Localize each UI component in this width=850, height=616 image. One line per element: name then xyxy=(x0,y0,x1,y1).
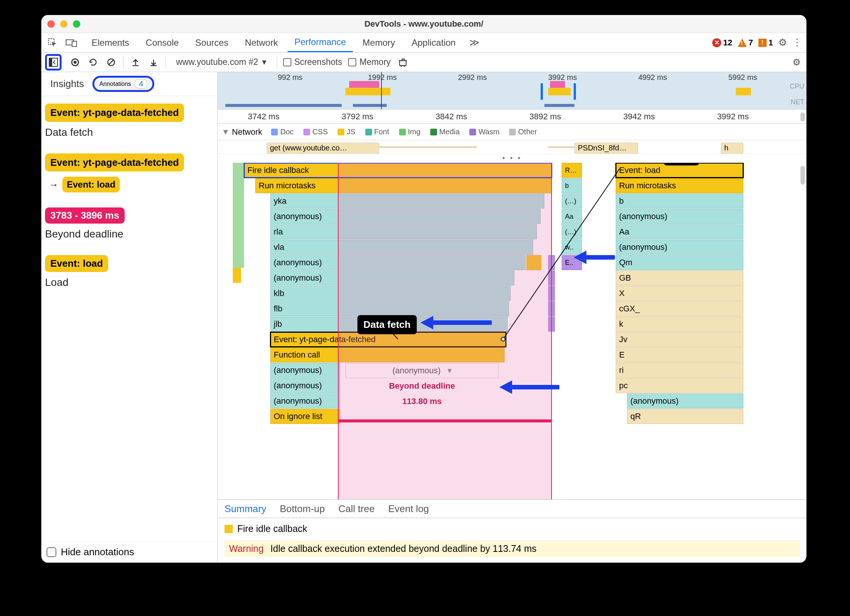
toggle-sidebar-button[interactable] xyxy=(45,54,62,71)
flame-bar[interactable]: flb xyxy=(270,301,509,316)
device-toggle-icon[interactable] xyxy=(65,36,78,50)
network-requests-row[interactable]: get (www.youtube.co… PSDnSI_8fd… h xyxy=(218,140,806,154)
profile-select[interactable]: www.youtube.com #2 ▾ xyxy=(172,56,271,68)
flame-bar[interactable]: Event: yt-page-data-fetched xyxy=(270,332,506,347)
flame-bar[interactable]: Run microtasks xyxy=(255,178,552,193)
annotation-chip: Event: load xyxy=(45,255,108,272)
panel-tabs: Elements Console Sources Network Perform… xyxy=(41,33,806,53)
network-legend[interactable]: CSS xyxy=(303,128,328,136)
screenshots-checkbox[interactable]: Screenshots xyxy=(283,57,342,67)
tab-sources[interactable]: Sources xyxy=(188,33,235,52)
capture-settings-icon[interactable]: ⚙ xyxy=(791,56,803,68)
flame-chart[interactable]: R…b(…)Aa(…)w..E.. Event: loadRun microta… xyxy=(218,163,806,499)
timeline-ruler[interactable]: 3742 ms 3792 ms 3842 ms 3892 ms 3942 ms … xyxy=(218,110,806,124)
tab-performance[interactable]: Performance xyxy=(288,33,353,52)
legend-swatch xyxy=(303,129,310,135)
tab-memory[interactable]: Memory xyxy=(356,33,402,52)
timeline-overview[interactable]: 992 ms 1992 ms 2992 ms 3992 ms 4992 ms 5… xyxy=(218,72,806,110)
flame-bar[interactable]: (anonymous) xyxy=(270,363,340,378)
annotation-tooltip-load: Load xyxy=(664,163,699,165)
more-tabs-icon[interactable]: ≫ xyxy=(466,37,483,48)
legend-swatch xyxy=(399,129,406,135)
tab-network[interactable]: Network xyxy=(238,33,285,52)
network-legend[interactable]: Doc xyxy=(271,128,294,136)
flame-bar[interactable]: klb xyxy=(270,286,511,301)
tab-insights[interactable]: Insights xyxy=(47,77,88,91)
minimize-window-icon[interactable] xyxy=(60,20,68,28)
flame-bar[interactable] xyxy=(548,270,555,285)
flame-bar[interactable]: (anonymous) ▾ xyxy=(345,363,499,378)
flame-bar[interactable] xyxy=(548,317,555,332)
zoom-window-icon[interactable] xyxy=(73,20,80,28)
tab-annotations[interactable]: Annotations 4 xyxy=(92,76,155,92)
annotations-list: Event: yt-page-data-fetched Data fetch E… xyxy=(41,96,217,541)
flame-bar[interactable]: (anonymous) xyxy=(270,378,340,393)
annotation-chip: Event: yt-page-data-fetched xyxy=(45,104,184,122)
inspect-element-icon[interactable] xyxy=(46,36,59,50)
annotation-item[interactable]: 3783 - 3896 ms Beyond deadline xyxy=(45,207,214,240)
flame-bar[interactable]: Fire idle callback xyxy=(244,163,552,178)
settings-icon[interactable]: ⚙ xyxy=(778,37,787,48)
reload-record-icon[interactable] xyxy=(87,56,99,68)
flame-bar[interactable]: (anonymous) xyxy=(270,255,526,270)
legend-swatch xyxy=(469,129,476,135)
flame-bar[interactable]: rla xyxy=(270,224,537,239)
scrollbar-thumb[interactable] xyxy=(800,113,805,122)
tab-application[interactable]: Application xyxy=(405,33,462,52)
upload-profile-icon[interactable] xyxy=(130,56,142,68)
devtools-window: DevTools - www.youtube.com/ Elements Con… xyxy=(41,15,806,563)
performance-main: 992 ms 1992 ms 2992 ms 3992 ms 4992 ms 5… xyxy=(218,72,806,562)
network-legend[interactable]: Font xyxy=(365,128,389,136)
flame-bar[interactable] xyxy=(548,255,555,270)
tab-bottom-up[interactable]: Bottom-up xyxy=(280,503,325,515)
tab-summary[interactable]: Summary xyxy=(225,503,266,515)
network-legend[interactable]: Wasm xyxy=(469,128,499,136)
flame-bar[interactable]: On ignore list xyxy=(270,409,340,424)
overview-tick: 1992 ms xyxy=(368,73,397,82)
summary-body: Fire idle callback Warning Idle callback… xyxy=(218,518,806,562)
flame-bar[interactable]: (anonymous) xyxy=(270,394,340,409)
network-legend[interactable]: Img xyxy=(399,128,420,136)
collect-garbage-icon[interactable] xyxy=(397,56,409,68)
annotation-item[interactable]: Event: yt-page-data-fetched → Event: loa… xyxy=(45,153,214,193)
overview-handle-left[interactable] xyxy=(541,83,543,100)
beyond-deadline-time: 113.80 ms xyxy=(345,394,499,409)
annotation-item[interactable]: Event: load Load xyxy=(45,255,214,288)
kebab-menu-icon[interactable]: ⋮ xyxy=(792,37,802,48)
memory-checkbox[interactable]: Memory xyxy=(348,57,390,67)
tab-event-log[interactable]: Event log xyxy=(388,503,429,515)
network-request[interactable]: PSDnSI_8fd… xyxy=(574,143,638,154)
tab-console[interactable]: Console xyxy=(139,33,185,52)
flame-bar[interactable] xyxy=(548,301,555,316)
download-profile-icon[interactable] xyxy=(148,56,160,68)
flame-bar[interactable]: vla xyxy=(270,240,533,255)
tab-call-tree[interactable]: Call tree xyxy=(338,503,375,515)
overview-handle-right[interactable] xyxy=(574,83,576,100)
close-window-icon[interactable] xyxy=(47,20,55,28)
network-request[interactable]: get (www.youtube.co… xyxy=(267,143,379,154)
overview-tick: 4992 ms xyxy=(638,73,667,82)
flame-bar[interactable]: (anonymous) xyxy=(270,209,541,224)
flame-bar[interactable] xyxy=(548,286,555,301)
network-request[interactable]: h xyxy=(721,143,743,154)
svg-line-8 xyxy=(109,60,113,65)
warnings-badge[interactable]: 7 xyxy=(738,38,753,48)
clear-icon[interactable] xyxy=(105,56,117,68)
flame-bar[interactable]: Function call xyxy=(270,347,505,362)
overview-net-label: NET xyxy=(791,98,804,106)
flame-bar[interactable] xyxy=(526,255,541,270)
hide-annotations-checkbox[interactable]: Hide annotations xyxy=(41,541,217,562)
issues-badge[interactable]: ! 1 xyxy=(758,38,773,48)
errors-badge[interactable]: ✕ 12 xyxy=(712,38,732,48)
tab-elements[interactable]: Elements xyxy=(85,33,136,52)
network-legend[interactable]: Other xyxy=(509,128,537,136)
network-legend[interactable]: JS xyxy=(338,128,355,136)
network-track-header[interactable]: ▼ Network DocCSSJSFontImgMediaWasmOther xyxy=(218,124,806,140)
record-icon[interactable] xyxy=(69,56,81,68)
warning-text: Idle callback execution extended beyond … xyxy=(270,543,537,554)
annotation-item[interactable]: Event: yt-page-data-fetched Data fetch xyxy=(45,104,214,138)
flame-bar[interactable]: (anonymous) xyxy=(270,270,514,285)
flame-bar[interactable]: yka xyxy=(270,194,544,209)
collapsed-rows-icon[interactable]: • • • xyxy=(218,154,806,163)
network-legend[interactable]: Media xyxy=(430,128,460,136)
